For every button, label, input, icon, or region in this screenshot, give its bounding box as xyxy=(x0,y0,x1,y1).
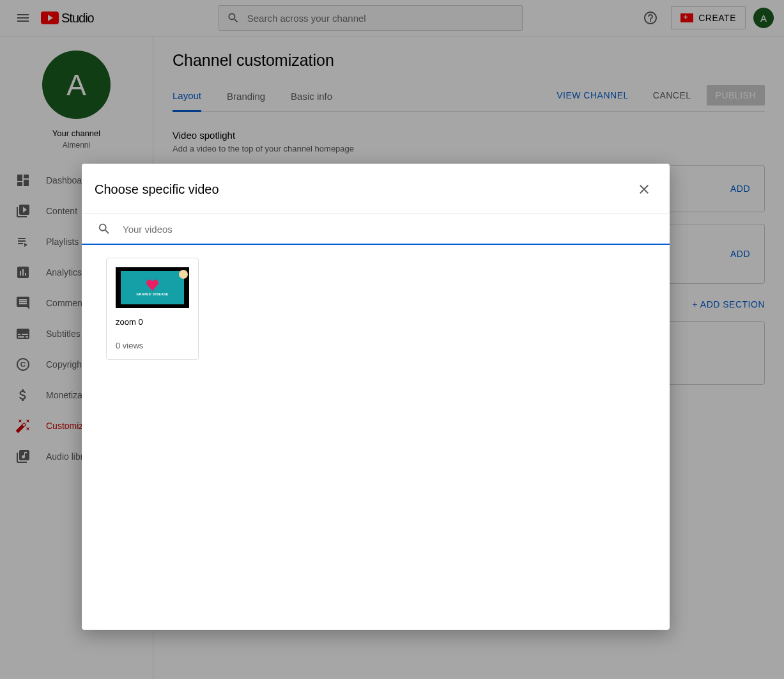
dialog-search[interactable] xyxy=(82,214,670,245)
search-icon xyxy=(97,222,111,236)
close-button[interactable] xyxy=(631,176,657,202)
dialog-title: Choose specific video xyxy=(95,182,219,197)
choose-video-dialog: Choose specific video GRAVES' DISEASE zo… xyxy=(82,164,670,630)
thumb-text: GRAVES' DISEASE xyxy=(137,292,169,296)
video-search-input[interactable] xyxy=(123,224,654,235)
video-thumbnail: GRAVES' DISEASE xyxy=(116,267,189,308)
video-title: zoom 0 xyxy=(116,317,189,327)
close-icon xyxy=(636,182,652,197)
video-views: 0 views xyxy=(116,341,189,350)
video-card[interactable]: GRAVES' DISEASE zoom 0 0 views xyxy=(106,258,199,360)
